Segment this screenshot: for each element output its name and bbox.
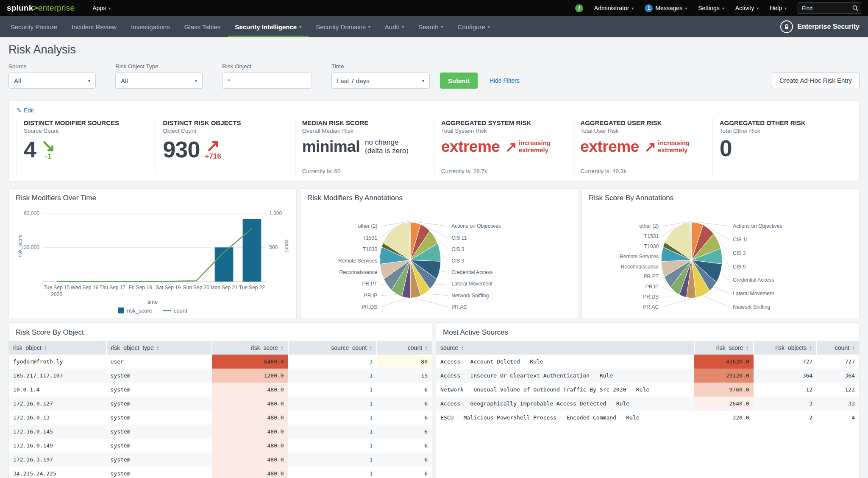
pie-label: Lateral Movement <box>451 281 493 287</box>
risk_object_type-cell[interactable]: system <box>106 411 212 425</box>
nav-item-incident-review[interactable]: Incident Review <box>64 16 124 37</box>
nav-item-investigations[interactable]: Investigations <box>124 16 177 37</box>
activity-menu[interactable]: Activity ▾ <box>735 5 759 11</box>
table-row: 34.215.24.225system480.016 <box>9 467 432 478</box>
source-cell[interactable]: ESCU - Malicious PowerShell Process - En… <box>436 411 694 425</box>
messages-menu[interactable]: 1 Messages ▾ <box>645 4 687 12</box>
risk_object_type-cell[interactable]: system <box>106 467 212 478</box>
trend-up-icon: ↗ <box>206 138 220 153</box>
nav-item-security-posture[interactable]: Security Posture <box>3 16 64 37</box>
risk_object-cell[interactable]: 172.16.0.149 <box>9 439 106 453</box>
risk_object-cell[interactable]: 172.16.0.145 <box>9 425 106 439</box>
pie-label: other (2) <box>358 223 377 229</box>
source-cell[interactable]: Access - Geographically Improbable Acces… <box>436 397 694 411</box>
legend-label: count <box>174 307 187 314</box>
risk-object-type-filter-label: Risk Object Type <box>115 63 203 70</box>
column-header-risk_object_type[interactable]: risk_object_type▲▼ <box>106 341 212 355</box>
risk-object-type-select[interactable]: All ▾ <box>115 73 203 89</box>
risk_object_type-cell[interactable]: system <box>106 383 212 397</box>
info-icon[interactable]: i <box>575 4 583 12</box>
column-header-risk_object[interactable]: risk_object▲▼ <box>9 341 106 355</box>
risk_object-cell[interactable]: 172.16.0.13 <box>9 411 106 425</box>
nav-item-audit[interactable]: Audit▾ <box>378 16 411 37</box>
kpi-value: minimal <box>302 139 360 154</box>
chart-title: Risk Score By Annotations <box>589 194 852 202</box>
nav-item-search[interactable]: Search▾ <box>411 16 451 37</box>
nav-item-configure[interactable]: Configure▾ <box>451 16 497 37</box>
pie-label-line <box>426 294 448 295</box>
legend-item-count[interactable]: count <box>163 307 187 314</box>
risk_object_type-cell[interactable]: system <box>106 453 212 467</box>
help-menu[interactable]: Help ▾ <box>770 5 787 11</box>
logo-separator: > <box>33 3 38 12</box>
pie-label: Remote Services <box>620 254 659 260</box>
pie-label: T1531 <box>363 235 378 241</box>
risk_object-cell[interactable]: 10.0.1.4 <box>9 383 106 397</box>
user-menu[interactable]: Administrator ▾ <box>594 5 634 11</box>
risk_object-cell[interactable]: 34.215.24.225 <box>9 467 106 478</box>
pie-label: CIS 9 <box>451 258 465 264</box>
apps-menu[interactable]: Apps ▾ <box>92 5 111 11</box>
risk_object-cell[interactable]: 185.217.117.107 <box>9 369 106 383</box>
pie-label-line <box>723 256 729 267</box>
table-title: Risk Score By Object <box>9 323 432 341</box>
column-header-count[interactable]: count▲▼ <box>377 341 432 355</box>
count-cell: 6 <box>377 397 432 411</box>
source-select-value: All <box>14 77 21 84</box>
chart-title: Risk Modifiers By Annotations <box>307 194 571 202</box>
sort-icon: ▲▼ <box>44 346 47 351</box>
top-right-menus: i Administrator ▾ 1 Messages ▾ Settings … <box>575 3 861 14</box>
chevron-down-icon: ▾ <box>632 6 634 11</box>
risk_object_type-cell[interactable]: system <box>106 397 212 411</box>
risk_object-cell[interactable]: 172.16.3.197 <box>9 453 106 467</box>
nav-item-security-intelligence[interactable]: Security Intelligence▾ <box>228 16 309 37</box>
column-header-risk_score[interactable]: risk_score▲▼ <box>212 341 288 355</box>
trend-up-icon: ↗ <box>644 138 657 155</box>
trend-down-icon: ↘ <box>41 138 56 153</box>
settings-menu[interactable]: Settings ▾ <box>698 5 724 11</box>
settings-label: Settings <box>698 5 720 11</box>
risk_object_type-cell[interactable]: system <box>106 425 212 439</box>
left-axis-tick: 30,000 <box>24 244 39 250</box>
splunk-logo[interactable]: splunk>enterprise <box>7 3 75 13</box>
risk_object_type-cell[interactable]: user <box>106 355 212 369</box>
legend-item-risk-score[interactable]: risk_score <box>118 307 152 314</box>
column-header-risk_score[interactable]: risk_score▲▼ <box>694 341 754 355</box>
edit-kpis-link[interactable]: ✎Edit <box>17 107 34 114</box>
pie-label: PR.DS <box>643 294 659 300</box>
risk_objects-cell: 3 <box>754 397 817 411</box>
table-row: Access - Insecure Or Cleartext Authentic… <box>436 369 859 383</box>
column-header-source_count[interactable]: source_count▲▼ <box>288 341 377 355</box>
find-input[interactable] <box>798 3 861 14</box>
risk_object-cell[interactable]: fyodor@froth.ly <box>9 355 106 369</box>
risk_object-cell[interactable]: 172.16.0.127 <box>9 397 106 411</box>
table-row: ESCU - Malicious PowerShell Process - En… <box>436 411 859 425</box>
column-header-risk_objects[interactable]: risk_objects▲▼ <box>754 341 817 355</box>
risk_object_type-cell[interactable]: system <box>106 439 212 453</box>
table-row: 172.16.0.13system480.016 <box>9 411 432 425</box>
x-axis-category: Mon Sep 21 <box>210 285 238 291</box>
kpi-title: AGGREGATED SYSTEM RISK <box>441 119 569 126</box>
risk_object_type-cell[interactable]: system <box>106 369 212 383</box>
source-cell[interactable]: Access - Insecure Or Cleartext Authentic… <box>436 369 694 383</box>
risk-object-type-select-value: All <box>121 77 128 84</box>
source-cell[interactable]: Network - Unusual Volume of Outbound Tra… <box>436 383 694 397</box>
source-cell[interactable]: Access - Account Deleted - Rule <box>436 355 694 369</box>
nav-item-label: Glass Tables <box>184 23 221 31</box>
nav-item-glass-tables[interactable]: Glass Tables <box>177 16 228 37</box>
kpi-current-value: Currently is: 28.7k <box>441 168 487 174</box>
lock-icon <box>783 23 790 30</box>
risk_score-cell: 480.0 <box>212 383 288 397</box>
submit-button[interactable]: Submit <box>440 73 478 89</box>
column-header-count[interactable]: count▲▼ <box>817 341 859 355</box>
pie-label: other (2) <box>639 223 659 229</box>
sort-icon: ▲▼ <box>461 346 464 351</box>
create-adhoc-risk-entry-button[interactable]: Create Ad-Hoc Risk Entry <box>772 73 860 88</box>
hide-filters-link[interactable]: Hide Filters <box>490 77 520 84</box>
time-range-select[interactable]: Last 7 days ▾ <box>331 73 430 89</box>
risk-object-input[interactable] <box>222 73 312 89</box>
column-header-source[interactable]: source▲▼ <box>436 341 694 355</box>
nav-item-security-domains[interactable]: Security Domains▾ <box>309 16 378 37</box>
source-select[interactable]: All ▾ <box>8 73 96 89</box>
kpi-aggregated-other-risk: AGGREGATED OTHER RISK Total Other Risk 0 <box>712 118 851 175</box>
